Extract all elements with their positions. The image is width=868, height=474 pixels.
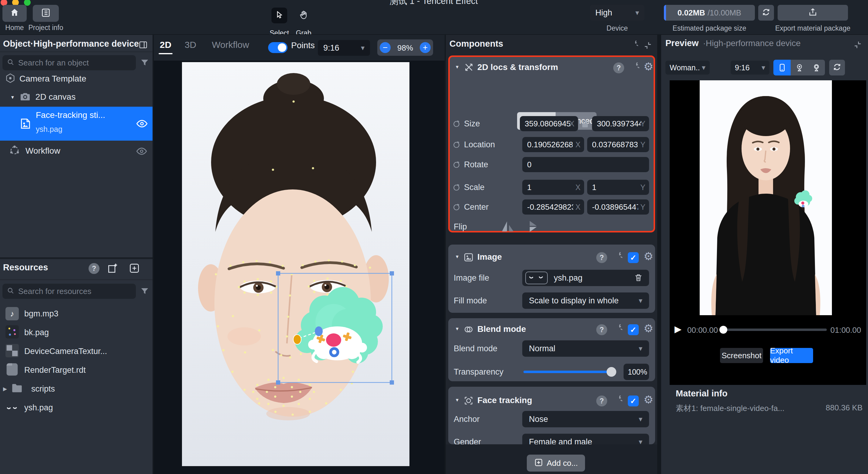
section-settings-icon[interactable] <box>644 323 653 334</box>
image-file-thumbnail[interactable] <box>525 272 548 284</box>
tab-2d[interactable]: 2D <box>158 40 174 54</box>
size-y-input[interactable]: 300.9397344 Y <box>592 116 649 131</box>
canvas-2d[interactable] <box>182 62 409 466</box>
points-toggle[interactable] <box>268 42 287 53</box>
keyframe-icon[interactable] <box>453 161 460 170</box>
keyframe-icon[interactable] <box>453 183 460 193</box>
zoom-in-button[interactable]: + <box>420 42 431 53</box>
transparency-slider-knob[interactable] <box>607 367 616 377</box>
expand-arrow-icon[interactable] <box>10 95 15 100</box>
keyframe-icon[interactable] <box>453 141 460 150</box>
section-enabled-checkbox[interactable] <box>628 252 639 263</box>
collapse-section-icon[interactable] <box>455 254 460 259</box>
keyframe-icon[interactable] <box>453 203 460 212</box>
export-package-button[interactable] <box>778 5 848 21</box>
resources-search[interactable] <box>2 284 136 299</box>
aspect-select[interactable]: 9:16 <box>318 40 370 56</box>
location-y-input[interactable]: 0.037668783 Y <box>587 137 649 152</box>
section-help-icon[interactable] <box>596 396 607 406</box>
source-device-button[interactable] <box>773 60 790 75</box>
collapse-section-icon[interactable] <box>455 397 460 403</box>
section-help-icon[interactable] <box>596 324 607 335</box>
project-info-button[interactable] <box>33 5 59 22</box>
location-x-input[interactable]: 0.190526268 X <box>522 137 584 152</box>
anchor-select[interactable]: Nose <box>522 411 649 427</box>
rotate-input[interactable]: 0 <box>522 157 649 172</box>
section-reset-icon[interactable] <box>612 324 622 336</box>
preview-aspect-select[interactable]: 9:16 <box>731 61 769 74</box>
collapse-section-icon[interactable] <box>455 326 460 331</box>
preview-collapse-icon[interactable] <box>853 40 863 51</box>
transparency-slider[interactable] <box>524 371 615 373</box>
object-search-input[interactable] <box>18 58 132 68</box>
resource-item-scripts[interactable]: scripts <box>0 379 153 398</box>
size-x-input[interactable]: 359.0806945 X <box>520 116 578 131</box>
resources-search-input[interactable] <box>18 286 132 296</box>
section-reset-icon[interactable] <box>629 62 639 74</box>
new-folder-icon[interactable] <box>107 263 118 275</box>
transparency-value-box[interactable]: 100% <box>624 364 649 380</box>
resource-item-device-camera-texture[interactable]: DeviceCameraTextur... <box>0 342 153 361</box>
visibility-eye-icon[interactable] <box>136 117 148 131</box>
refresh-package-button[interactable] <box>758 5 774 21</box>
section-reset-icon[interactable] <box>612 252 622 264</box>
resource-item-bk[interactable]: bk.pag <box>0 323 153 342</box>
resources-filter-icon[interactable] <box>140 287 149 297</box>
fill-mode-select[interactable]: Scale to display in whole <box>522 293 649 309</box>
section-enabled-checkbox[interactable] <box>628 396 639 406</box>
components-reset-icon[interactable] <box>628 41 638 52</box>
tree-item-camera-template[interactable]: Camera Template <box>0 71 153 87</box>
section-settings-icon[interactable] <box>644 61 653 72</box>
resource-item-render-target[interactable]: RenderTarget.rdt <box>0 361 153 379</box>
collapse-section-icon[interactable] <box>455 64 460 69</box>
scale-y-input[interactable]: 1 Y <box>587 180 649 195</box>
preview-model-select[interactable]: Woman... <box>665 61 710 74</box>
tab-3d[interactable]: 3D <box>183 40 198 50</box>
preview-refresh-button[interactable] <box>829 60 845 75</box>
section-settings-icon[interactable] <box>644 251 653 262</box>
select-tool-button[interactable] <box>272 8 287 23</box>
tab-workflow[interactable]: Workflow <box>209 40 252 50</box>
add-resource-icon[interactable] <box>129 263 140 275</box>
timeline-slider[interactable] <box>722 329 827 331</box>
source-camera-back-button[interactable] <box>808 60 825 75</box>
device-select[interactable]: High <box>590 5 645 21</box>
flip-horizontal-icon[interactable] <box>501 219 515 235</box>
section-help-icon[interactable] <box>613 62 624 73</box>
section-reset-icon[interactable] <box>612 396 622 407</box>
center-x-input[interactable]: -0.285429823 X <box>522 199 584 214</box>
object-search[interactable] <box>2 55 136 70</box>
visibility-eye-icon[interactable] <box>136 145 147 158</box>
section-enabled-checkbox[interactable] <box>628 324 639 335</box>
tree-item-2d-canvas[interactable]: 2D canvas <box>0 89 153 105</box>
components-collapse-icon[interactable] <box>643 41 653 52</box>
object-filter-icon[interactable] <box>140 58 149 68</box>
grab-tool-button[interactable] <box>296 8 311 23</box>
home-button[interactable] <box>2 5 27 22</box>
section-help-icon[interactable] <box>596 252 607 263</box>
tree-item-face-sticker-selected[interactable]: Face-tracking sti... ysh.pag <box>0 107 153 141</box>
zoom-out-button[interactable]: − <box>380 42 391 53</box>
image-file-input[interactable]: ysh.pag <box>522 270 649 286</box>
keyframe-icon[interactable] <box>453 120 460 129</box>
delete-image-icon[interactable] <box>634 273 643 283</box>
timeline-knob[interactable] <box>719 326 727 334</box>
add-component-button[interactable]: Add co... <box>527 454 585 472</box>
lock-ratio-icon[interactable] <box>581 119 590 130</box>
section-settings-icon[interactable] <box>644 394 653 405</box>
resource-item-bgm[interactable]: bgm.mp3 <box>0 304 153 323</box>
center-y-input[interactable]: -0.038965447 Y <box>587 199 649 214</box>
tree-item-workflow[interactable]: Workflow <box>0 143 153 159</box>
resources-help-icon[interactable] <box>89 263 99 274</box>
object-panel-collapse-icon[interactable] <box>138 40 148 51</box>
expand-arrow-icon[interactable] <box>3 386 7 392</box>
resource-item-ysh[interactable]: ysh.pag <box>0 398 153 417</box>
screenshot-button[interactable]: Screenshot <box>720 348 763 363</box>
export-video-button[interactable]: Export video <box>770 348 813 363</box>
scale-x-input[interactable]: 1 X <box>522 180 584 195</box>
source-camera-front-button[interactable] <box>790 60 808 75</box>
preview-video-area[interactable] <box>670 80 866 385</box>
flip-vertical-icon[interactable] <box>528 219 542 235</box>
blend-mode-select[interactable]: Normal <box>522 340 649 357</box>
play-button[interactable] <box>675 324 681 334</box>
